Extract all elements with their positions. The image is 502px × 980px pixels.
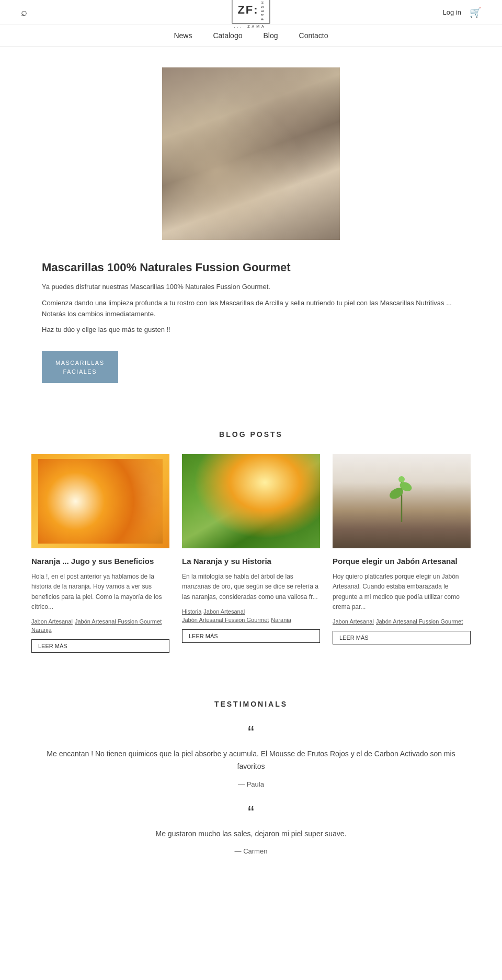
svg-point-3	[398, 476, 405, 482]
blog-card-text-0: Hola !, en el post anterior ya hablamos …	[31, 572, 169, 612]
blog-tag-2-0[interactable]: Jabon Artesanal	[333, 618, 374, 625]
blog-section: BLOG POSTS Naranja ... Jugo y sus Benefi…	[0, 404, 502, 679]
nav-item-news[interactable]: News	[174, 31, 192, 40]
testimonial-text-0: Me encantan ! No tienen quimicos que la …	[42, 748, 460, 773]
blog-image-0	[31, 454, 169, 548]
hero-content: Mascarillas 100% Naturales Fussion Gourm…	[0, 256, 502, 404]
blog-section-title: BLOG POSTS	[31, 430, 471, 439]
blog-card-title-0: Naranja ... Jugo y sus Beneficios	[31, 556, 169, 567]
blog-card-1: La Naranja y su Historia En la mitología…	[182, 454, 320, 653]
header: ⌕ ZF: FRESH ... ZAMA Log in 🛒	[0, 0, 502, 25]
hero-text-3: Haz tu dúo y elige las que más te gusten…	[42, 325, 460, 336]
header-left-icons: ⌕	[21, 6, 27, 18]
blog-grid: Naranja ... Jugo y sus Beneficios Hola !…	[31, 454, 471, 653]
blog-read-more-2[interactable]: LEER MÁS	[333, 631, 471, 644]
quote-icon-0: “	[42, 724, 460, 743]
hero-title: Mascarillas 100% Naturales Fussion Gourm…	[42, 261, 460, 274]
blog-card-2: Porque elegir un Jabón Artesanal Hoy qui…	[333, 454, 471, 653]
blog-read-more-0[interactable]: LEER MÁS	[31, 639, 169, 653]
blog-read-more-1[interactable]: LEER MÁS	[182, 629, 320, 643]
blog-image-1	[182, 454, 320, 548]
blog-tag-0-1[interactable]: Jabón Artesanal Fussion Gourmet	[75, 618, 162, 625]
blog-tags-0: Jabon Artesanal Jabón Artesanal Fussion …	[31, 618, 169, 633]
nav-item-catalogo[interactable]: Catalogo	[213, 31, 242, 40]
blog-tag-0-2[interactable]: Naranja	[31, 627, 52, 633]
hero-cta-button[interactable]: MASCARILLAS FACIALES	[42, 351, 118, 383]
hero-text-2: Comienza dando una limpieza profunda a t…	[42, 298, 460, 320]
blog-tag-1-3[interactable]: Naranja	[271, 617, 291, 623]
quote-icon-1: “	[42, 804, 460, 823]
hero-image	[162, 67, 340, 240]
logo-dots: ...	[234, 25, 243, 28]
blog-tag-0-0[interactable]: Jabon Artesanal	[31, 618, 73, 625]
blog-card-title-2: Porque elegir un Jabón Artesanal	[333, 556, 471, 567]
testimonial-author-0: — Paula	[42, 780, 460, 788]
testimonials-title: TESTIMONIALS	[42, 700, 460, 708]
blog-card-0: Naranja ... Jugo y sus Beneficios Hola !…	[31, 454, 169, 653]
blog-card-text-1: En la mitología se habla del árbol de la…	[182, 572, 320, 602]
hero-text-1: Ya puedes disfrutar nuestras Mascarillas…	[42, 282, 460, 293]
blog-tag-1-1[interactable]: Jabon Artesanal	[203, 608, 245, 615]
blog-tag-1-0[interactable]: Historia	[182, 608, 201, 615]
blog-image-2	[333, 454, 471, 548]
logo-fresh-text: FRESH	[261, 0, 265, 20]
blog-tags-1: Historia Jabon Artesanal Jabón Artesanal…	[182, 608, 320, 623]
logo-zama: ZAMA	[247, 25, 266, 28]
blog-tag-1-2[interactable]: Jabón Artesanal Fussion Gourmet	[182, 617, 269, 623]
blog-card-title-1: La Naranja y su Historia	[182, 556, 320, 567]
hero-image-container	[0, 47, 502, 256]
testimonial-text-1: Me gustaron mucho las sales, dejaron mi …	[42, 828, 460, 840]
logo-zf-text: ZF:	[237, 3, 258, 17]
login-link[interactable]: Log in	[443, 8, 461, 16]
header-right-icons: Log in 🛒	[443, 7, 481, 18]
testimonial-author-1: — Carmen	[42, 847, 460, 855]
nav-item-blog[interactable]: Blog	[263, 31, 278, 40]
search-icon[interactable]: ⌕	[21, 6, 27, 18]
logo[interactable]: ZF: FRESH ... ZAMA	[232, 0, 270, 28]
blog-tags-2: Jabon Artesanal Jabón Artesanal Fussion …	[333, 618, 471, 625]
testimonials-section: TESTIMONIALS “ Me encantan ! No tienen q…	[0, 679, 502, 892]
blog-tag-2-1[interactable]: Jabón Artesanal Fussion Gourmet	[376, 618, 463, 625]
cart-icon[interactable]: 🛒	[470, 7, 481, 18]
blog-card-text-2: Hoy quiero platicarles porque elegir un …	[333, 572, 471, 612]
nav-item-contacto[interactable]: Contacto	[299, 31, 328, 40]
